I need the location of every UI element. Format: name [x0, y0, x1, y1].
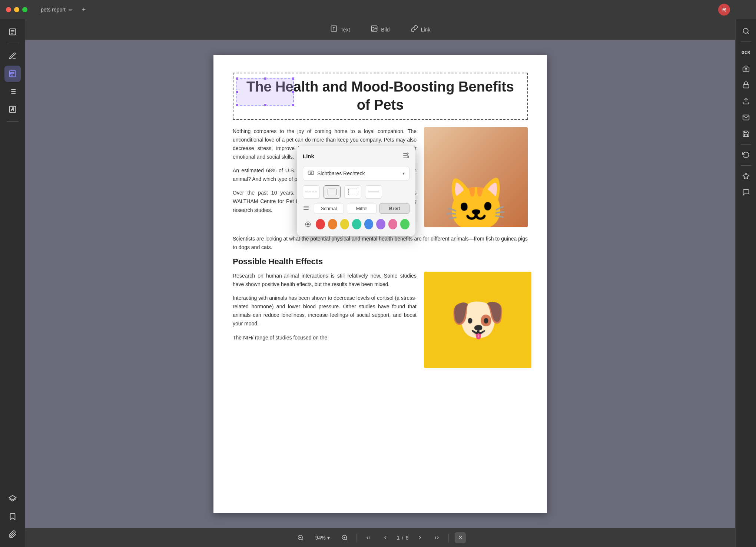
color-purple[interactable]	[376, 219, 385, 229]
right-save-icon[interactable]	[739, 126, 753, 141]
nav-divider-2	[448, 533, 449, 542]
right-divider-1	[741, 42, 751, 42]
color-row	[303, 218, 410, 230]
close-button[interactable]	[6, 7, 11, 12]
color-picker-icon[interactable]	[303, 218, 313, 230]
left-sidebar	[0, 19, 25, 547]
right-undo-icon[interactable]	[739, 147, 753, 162]
link-toolbar-icon	[411, 25, 418, 34]
canvas-area[interactable]: The Health and Mood-Boosting Benefits of…	[25, 40, 735, 528]
zoom-value: 94%	[315, 535, 326, 541]
document-page: The Health and Mood-Boosting Benefits of…	[213, 55, 547, 513]
page-last-button[interactable]	[431, 532, 442, 543]
zoom-dropdown-icon: ▾	[327, 535, 330, 541]
color-green[interactable]	[400, 219, 410, 229]
color-red[interactable]	[316, 219, 325, 229]
close-nav-button[interactable]: ✕	[455, 532, 466, 543]
handle-bl[interactable]	[236, 103, 239, 106]
sidebar-item-layers[interactable]	[4, 491, 21, 507]
border-style-solid-btn[interactable]	[324, 185, 341, 199]
page-separator: /	[402, 535, 404, 541]
paragraph-4: Scientists are looking at what the poten…	[233, 235, 528, 252]
link-settings-icon[interactable]	[402, 152, 410, 161]
width-breit-btn[interactable]: Breit	[379, 203, 410, 214]
sidebar-item-chart[interactable]	[4, 101, 21, 117]
document-title: The Health and Mood-Boosting Benefits of…	[239, 78, 521, 115]
main-layout: Text Bild Link The Health and Mood-Boos	[0, 19, 756, 547]
link-panel[interactable]: Link Sichtbares Rechteck ▾	[297, 146, 415, 236]
color-orange[interactable]	[328, 219, 337, 229]
border-style-line-btn[interactable]	[365, 185, 382, 199]
handle-tl[interactable]	[236, 77, 239, 80]
width-mittel-btn[interactable]: Mittel	[347, 203, 377, 214]
total-pages: 6	[405, 535, 408, 541]
bild-toolbar-icon	[371, 25, 378, 34]
sidebar-item-attachment[interactable]	[4, 526, 21, 543]
add-tab-button[interactable]: +	[79, 4, 89, 15]
content-area: Text Bild Link The Health and Mood-Boos	[25, 19, 735, 547]
section-heading: Possible Health Effects	[233, 257, 528, 266]
sidebar-divider-2	[7, 121, 19, 122]
right-mail-icon[interactable]	[739, 110, 753, 125]
dog-emoji: 🐶	[450, 294, 505, 346]
svg-rect-51	[743, 84, 749, 88]
sidebar-item-list[interactable]	[4, 83, 21, 100]
right-magic-icon[interactable]	[739, 169, 753, 183]
right-comment-icon[interactable]	[739, 185, 753, 200]
sidebar-item-edit[interactable]	[4, 48, 21, 64]
bild-label: Bild	[381, 27, 389, 33]
border-style-dashed-btn[interactable]	[303, 185, 320, 199]
right-lock-icon[interactable]	[739, 77, 753, 92]
link-dropdown[interactable]: Sichtbares Rechteck ▾	[303, 166, 410, 181]
col-right-2: 🐶	[424, 272, 528, 368]
maximize-button[interactable]	[22, 7, 27, 12]
sidebar-item-document[interactable]	[4, 24, 21, 40]
right-ocr-icon[interactable]: OCR	[739, 45, 753, 60]
minimize-button[interactable]	[14, 7, 19, 12]
page-indicator: 1 / 6	[397, 535, 408, 541]
paragraph-7: The NIH/ range of studies focused on the	[233, 334, 417, 342]
handle-ml[interactable]	[236, 90, 239, 93]
zoom-display[interactable]: 94% ▾	[312, 533, 333, 542]
width-schmal-btn[interactable]: Schmal	[314, 203, 344, 214]
dropdown-arrow-icon: ▾	[402, 171, 405, 176]
zoom-out-button[interactable]	[295, 532, 306, 544]
svg-line-48	[747, 33, 749, 34]
two-col-section-2: Research on human-animal interactions is…	[233, 272, 528, 368]
width-buttons: Schmal Mittel Breit	[303, 203, 410, 214]
current-page: 1	[397, 535, 400, 541]
edit-title-icon[interactable]: ✏	[69, 7, 73, 13]
toolbar-text[interactable]: Text	[326, 23, 355, 36]
border-style-dotted-btn[interactable]	[344, 185, 361, 199]
svg-point-50	[745, 68, 747, 70]
color-teal[interactable]	[352, 219, 361, 229]
width-icon	[303, 205, 309, 213]
col-right: 🐱	[424, 127, 528, 227]
color-pink[interactable]	[388, 219, 398, 229]
text-toolbar-icon	[330, 25, 338, 34]
right-camera-icon[interactable]	[739, 61, 753, 76]
page-next-button[interactable]	[414, 532, 425, 543]
color-blue[interactable]	[364, 219, 374, 229]
toolbar-link[interactable]: Link	[406, 23, 435, 36]
toolbar-bild[interactable]: Bild	[366, 23, 394, 36]
title-selection-area[interactable]: The Health and Mood-Boosting Benefits of…	[233, 73, 528, 120]
svg-line-39	[302, 539, 303, 540]
svg-marker-53	[743, 173, 749, 179]
titlebar: pets report ✏ + R	[0, 0, 756, 19]
sidebar-item-bookmark[interactable]	[4, 508, 21, 525]
zoom-in-button[interactable]	[339, 532, 351, 544]
sidebar-item-notes[interactable]	[4, 66, 21, 82]
right-export-icon[interactable]	[739, 94, 753, 109]
sidebar-divider-1	[7, 44, 19, 44]
svg-point-26	[408, 156, 409, 158]
text-label: Text	[341, 27, 350, 33]
color-yellow[interactable]	[340, 219, 349, 229]
page-first-button[interactable]	[363, 532, 374, 543]
bottom-nav: 94% ▾ 1 / 6	[25, 528, 735, 547]
tab-title: pets report ✏	[41, 7, 73, 13]
page-prev-button[interactable]	[380, 532, 391, 543]
right-search-icon[interactable]	[739, 24, 753, 39]
avatar: R	[718, 4, 730, 16]
sidebar-bottom	[4, 491, 21, 543]
